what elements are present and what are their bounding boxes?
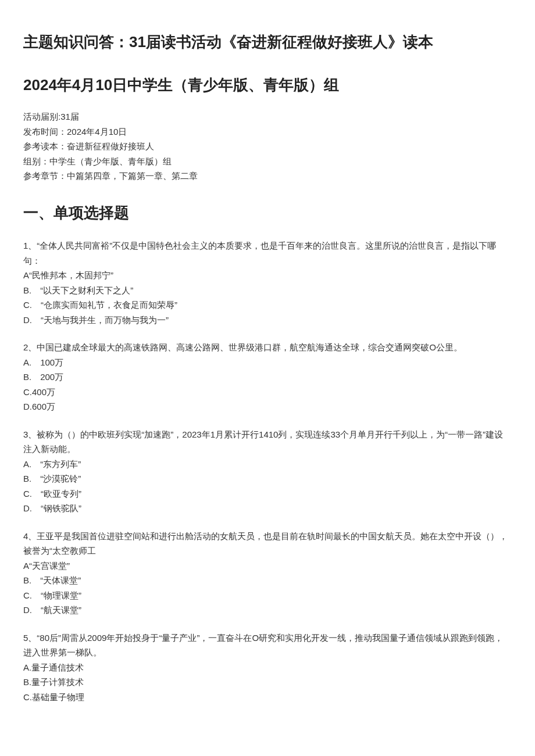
meta-group: 组别：中学生（青少年版、青年版）组 bbox=[23, 154, 512, 169]
question-2-option-b: B. 200万 bbox=[23, 370, 512, 385]
document-title-main: 主题知识问答：31届读书活动《奋进新征程做好接班人》读本 bbox=[23, 29, 512, 55]
question-4-option-c: C. “物理课堂” bbox=[23, 588, 512, 603]
question-2-text: 2、中国已建成全球最大的高速铁路网、高速公路网、世界级港口群，航空航海通达全球，… bbox=[23, 340, 512, 355]
question-1: 1、“全体人民共同富裕”不仅是中国特色社会主义的本质要求，也是千百年来的治世良言… bbox=[23, 238, 512, 327]
question-5: 5、“80后”周雷从2009年开始投身于“量子产业”，一直奋斗在O研究和实用化开… bbox=[23, 630, 512, 705]
question-4-option-b: B. “天体课堂” bbox=[23, 573, 512, 588]
question-2-option-c: C.400万 bbox=[23, 385, 512, 400]
question-1-option-b: B. “以天下之财利天下之人” bbox=[23, 283, 512, 298]
document-title-sub: 2024年4月10日中学生（青少年版、青年版）组 bbox=[23, 72, 512, 98]
question-5-option-b: B.量子计算技术 bbox=[23, 675, 512, 690]
meta-publish-time: 发布时间：2024年4月10日 bbox=[23, 124, 512, 139]
question-4-text: 4、王亚平是我国首位进驻空间站和进行出舱活动的女航天员，也是目前在轨时间最长的中… bbox=[23, 529, 512, 558]
question-3: 3、被称为（）的中欧班列实现“加速跑”，2023年1月累计开行1410列，实现连… bbox=[23, 427, 512, 516]
question-5-text: 5、“80后”周雷从2009年开始投身于“量子产业”，一直奋斗在O研究和实用化开… bbox=[23, 630, 512, 660]
question-3-option-c: C. “欧亚专列” bbox=[23, 486, 512, 501]
question-2-option-d: D.600万 bbox=[23, 399, 512, 414]
meta-session: 活动届别:31届 bbox=[23, 109, 512, 124]
question-3-text: 3、被称为（）的中欧班列实现“加速跑”，2023年1月累计开行1410列，实现连… bbox=[23, 427, 512, 457]
meta-info-block: 活动届别:31届 发布时间：2024年4月10日 参考读本：奋进新征程做好接班人… bbox=[23, 109, 512, 184]
question-1-option-a: A“民惟邦本，木固邦宁” bbox=[23, 268, 512, 283]
question-1-text: 1、“全体人民共同富裕”不仅是中国特色社会主义的本质要求，也是千百年来的治世良言… bbox=[23, 238, 512, 268]
question-5-option-a: A.量子通信技术 bbox=[23, 660, 512, 675]
question-5-option-c: C.基础量子物理 bbox=[23, 690, 512, 705]
question-4-option-d: D. “航天课堂” bbox=[23, 603, 512, 618]
question-3-option-a: A. “东方列车” bbox=[23, 457, 512, 472]
question-4-option-a: A“天宫课堂” bbox=[23, 558, 512, 574]
question-1-option-c: C. “仓廪实而知礼节，衣食足而知荣辱” bbox=[23, 298, 512, 313]
meta-reference-book: 参考读本：奋进新征程做好接班人 bbox=[23, 139, 512, 154]
section-1-heading: 一、单项选择题 bbox=[23, 200, 512, 225]
question-2: 2、中国已建成全球最大的高速铁路网、高速公路网、世界级港口群，航空航海通达全球，… bbox=[23, 340, 512, 414]
question-1-option-d: D. “天地与我并生，而万物与我为一” bbox=[23, 313, 512, 328]
question-4: 4、王亚平是我国首位进驻空间站和进行出舱活动的女航天员，也是目前在轨时间最长的中… bbox=[23, 529, 512, 618]
question-3-option-b: B. “沙漠驼铃” bbox=[23, 471, 512, 486]
meta-reference-chapter: 参考章节：中篇第四章，下篇第一章、第二章 bbox=[23, 169, 512, 184]
question-2-option-a: A. 100万 bbox=[23, 355, 512, 370]
question-3-option-d: D. “钢铁驼队” bbox=[23, 501, 512, 516]
